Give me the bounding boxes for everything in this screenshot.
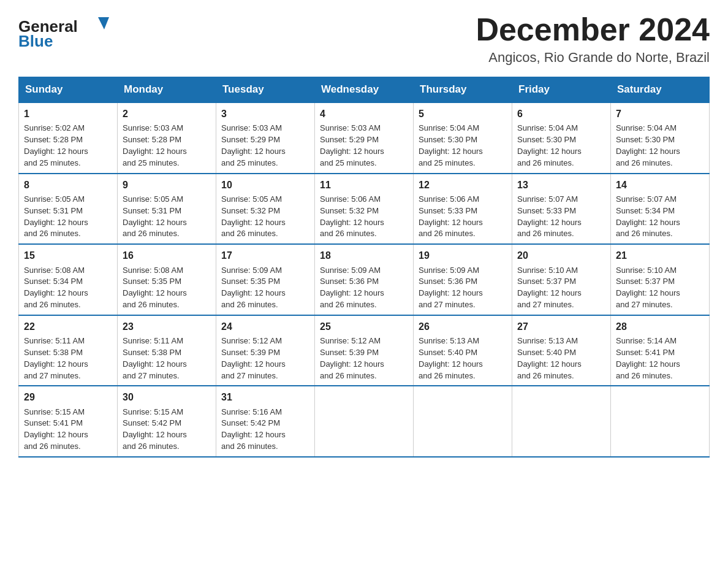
- calendar-header-row: Sunday Monday Tuesday Wednesday Thursday…: [19, 77, 710, 103]
- table-row: 22 Sunrise: 5:11 AM Sunset: 5:38 PM Dayl…: [19, 315, 118, 386]
- day-info: Sunrise: 5:15 AM Sunset: 5:41 PM Dayligh…: [24, 407, 112, 453]
- day-number: 30: [123, 390, 211, 404]
- day-number: 14: [616, 178, 704, 192]
- table-row: 4 Sunrise: 5:03 AM Sunset: 5:29 PM Dayli…: [315, 102, 414, 174]
- table-row: 16 Sunrise: 5:08 AM Sunset: 5:35 PM Dayl…: [118, 244, 216, 315]
- day-number: 29: [24, 390, 112, 404]
- table-row: 10 Sunrise: 5:05 AM Sunset: 5:32 PM Dayl…: [216, 174, 315, 245]
- day-number: 18: [320, 248, 408, 262]
- day-info: Sunrise: 5:15 AM Sunset: 5:42 PM Dayligh…: [123, 407, 211, 453]
- col-monday: Monday: [118, 77, 216, 103]
- day-info: Sunrise: 5:09 AM Sunset: 5:35 PM Dayligh…: [221, 265, 309, 311]
- month-title: December 2024: [476, 12, 710, 47]
- day-info: Sunrise: 5:06 AM Sunset: 5:33 PM Dayligh…: [419, 194, 507, 240]
- table-row: 11 Sunrise: 5:06 AM Sunset: 5:32 PM Dayl…: [315, 174, 414, 245]
- calendar-week-row: 8 Sunrise: 5:05 AM Sunset: 5:31 PM Dayli…: [19, 174, 710, 245]
- day-number: 10: [221, 178, 309, 192]
- day-info: Sunrise: 5:16 AM Sunset: 5:42 PM Dayligh…: [221, 407, 309, 453]
- table-row: 17 Sunrise: 5:09 AM Sunset: 5:35 PM Dayl…: [216, 244, 315, 315]
- title-area: December 2024 Angicos, Rio Grande do Nor…: [476, 12, 710, 66]
- table-row: 21 Sunrise: 5:10 AM Sunset: 5:37 PM Dayl…: [611, 244, 710, 315]
- day-info: Sunrise: 5:03 AM Sunset: 5:29 PM Dayligh…: [320, 123, 408, 169]
- day-number: 9: [123, 178, 211, 192]
- calendar-week-row: 1 Sunrise: 5:02 AM Sunset: 5:28 PM Dayli…: [19, 102, 710, 174]
- table-row: [611, 386, 710, 457]
- table-row: 15 Sunrise: 5:08 AM Sunset: 5:34 PM Dayl…: [19, 244, 118, 315]
- table-row: 23 Sunrise: 5:11 AM Sunset: 5:38 PM Dayl…: [118, 315, 216, 386]
- table-row: 3 Sunrise: 5:03 AM Sunset: 5:29 PM Dayli…: [216, 102, 315, 174]
- day-number: 4: [320, 107, 408, 121]
- day-info: Sunrise: 5:14 AM Sunset: 5:41 PM Dayligh…: [616, 335, 704, 381]
- day-info: Sunrise: 5:04 AM Sunset: 5:30 PM Dayligh…: [616, 123, 704, 169]
- day-info: Sunrise: 5:05 AM Sunset: 5:31 PM Dayligh…: [24, 194, 112, 240]
- table-row: 19 Sunrise: 5:09 AM Sunset: 5:36 PM Dayl…: [414, 244, 512, 315]
- calendar-week-row: 15 Sunrise: 5:08 AM Sunset: 5:34 PM Dayl…: [19, 244, 710, 315]
- day-number: 5: [419, 107, 507, 121]
- day-number: 12: [419, 178, 507, 192]
- day-info: Sunrise: 5:11 AM Sunset: 5:38 PM Dayligh…: [123, 335, 211, 381]
- day-number: 20: [517, 248, 605, 262]
- day-info: Sunrise: 5:12 AM Sunset: 5:39 PM Dayligh…: [221, 335, 309, 381]
- day-number: 19: [419, 248, 507, 262]
- day-number: 11: [320, 178, 408, 192]
- logo: General Blue: [18, 12, 116, 49]
- col-friday: Friday: [512, 77, 611, 103]
- day-info: Sunrise: 5:03 AM Sunset: 5:28 PM Dayligh…: [123, 123, 211, 169]
- day-number: 23: [123, 320, 211, 334]
- day-number: 25: [320, 320, 408, 334]
- col-sunday: Sunday: [19, 77, 118, 103]
- table-row: 14 Sunrise: 5:07 AM Sunset: 5:34 PM Dayl…: [611, 174, 710, 245]
- day-info: Sunrise: 5:09 AM Sunset: 5:36 PM Dayligh…: [320, 265, 408, 311]
- day-info: Sunrise: 5:03 AM Sunset: 5:29 PM Dayligh…: [221, 123, 309, 169]
- col-tuesday: Tuesday: [216, 77, 315, 103]
- day-number: 28: [616, 320, 704, 334]
- table-row: 12 Sunrise: 5:06 AM Sunset: 5:33 PM Dayl…: [414, 174, 512, 245]
- day-number: 16: [123, 248, 211, 262]
- calendar-table: Sunday Monday Tuesday Wednesday Thursday…: [18, 77, 710, 458]
- calendar-week-row: 22 Sunrise: 5:11 AM Sunset: 5:38 PM Dayl…: [19, 315, 710, 386]
- day-info: Sunrise: 5:08 AM Sunset: 5:34 PM Dayligh…: [24, 265, 112, 311]
- day-number: 6: [517, 107, 605, 121]
- table-row: 13 Sunrise: 5:07 AM Sunset: 5:33 PM Dayl…: [512, 174, 611, 245]
- day-number: 17: [221, 248, 309, 262]
- day-number: 26: [419, 320, 507, 334]
- table-row: 6 Sunrise: 5:04 AM Sunset: 5:30 PM Dayli…: [512, 102, 611, 174]
- table-row: [414, 386, 512, 457]
- day-info: Sunrise: 5:09 AM Sunset: 5:36 PM Dayligh…: [419, 265, 507, 311]
- table-row: 2 Sunrise: 5:03 AM Sunset: 5:28 PM Dayli…: [118, 102, 216, 174]
- calendar-week-row: 29 Sunrise: 5:15 AM Sunset: 5:41 PM Dayl…: [19, 386, 710, 457]
- day-info: Sunrise: 5:04 AM Sunset: 5:30 PM Dayligh…: [419, 123, 507, 169]
- day-number: 22: [24, 320, 112, 334]
- day-info: Sunrise: 5:12 AM Sunset: 5:39 PM Dayligh…: [320, 335, 408, 381]
- table-row: 31 Sunrise: 5:16 AM Sunset: 5:42 PM Dayl…: [216, 386, 315, 457]
- table-row: 27 Sunrise: 5:13 AM Sunset: 5:40 PM Dayl…: [512, 315, 611, 386]
- day-info: Sunrise: 5:05 AM Sunset: 5:32 PM Dayligh…: [221, 194, 309, 240]
- day-number: 3: [221, 107, 309, 121]
- day-info: Sunrise: 5:10 AM Sunset: 5:37 PM Dayligh…: [517, 265, 605, 311]
- table-row: 9 Sunrise: 5:05 AM Sunset: 5:31 PM Dayli…: [118, 174, 216, 245]
- day-info: Sunrise: 5:13 AM Sunset: 5:40 PM Dayligh…: [517, 335, 605, 381]
- col-saturday: Saturday: [611, 77, 710, 103]
- location: Angicos, Rio Grande do Norte, Brazil: [476, 50, 710, 66]
- day-number: 8: [24, 178, 112, 192]
- table-row: 29 Sunrise: 5:15 AM Sunset: 5:41 PM Dayl…: [19, 386, 118, 457]
- table-row: 28 Sunrise: 5:14 AM Sunset: 5:41 PM Dayl…: [611, 315, 710, 386]
- day-number: 13: [517, 178, 605, 192]
- day-info: Sunrise: 5:10 AM Sunset: 5:37 PM Dayligh…: [616, 265, 704, 311]
- table-row: 5 Sunrise: 5:04 AM Sunset: 5:30 PM Dayli…: [414, 102, 512, 174]
- svg-marker-1: [98, 17, 109, 29]
- day-number: 24: [221, 320, 309, 334]
- day-number: 27: [517, 320, 605, 334]
- day-info: Sunrise: 5:05 AM Sunset: 5:31 PM Dayligh…: [123, 194, 211, 240]
- table-row: 20 Sunrise: 5:10 AM Sunset: 5:37 PM Dayl…: [512, 244, 611, 315]
- table-row: 30 Sunrise: 5:15 AM Sunset: 5:42 PM Dayl…: [118, 386, 216, 457]
- col-thursday: Thursday: [414, 77, 512, 103]
- table-row: 1 Sunrise: 5:02 AM Sunset: 5:28 PM Dayli…: [19, 102, 118, 174]
- day-number: 2: [123, 107, 211, 121]
- table-row: [512, 386, 611, 457]
- day-info: Sunrise: 5:07 AM Sunset: 5:34 PM Dayligh…: [616, 194, 704, 240]
- table-row: 7 Sunrise: 5:04 AM Sunset: 5:30 PM Dayli…: [611, 102, 710, 174]
- table-row: 25 Sunrise: 5:12 AM Sunset: 5:39 PM Dayl…: [315, 315, 414, 386]
- day-number: 15: [24, 248, 112, 262]
- page-header: General Blue December 2024 Angicos, Rio …: [18, 12, 710, 66]
